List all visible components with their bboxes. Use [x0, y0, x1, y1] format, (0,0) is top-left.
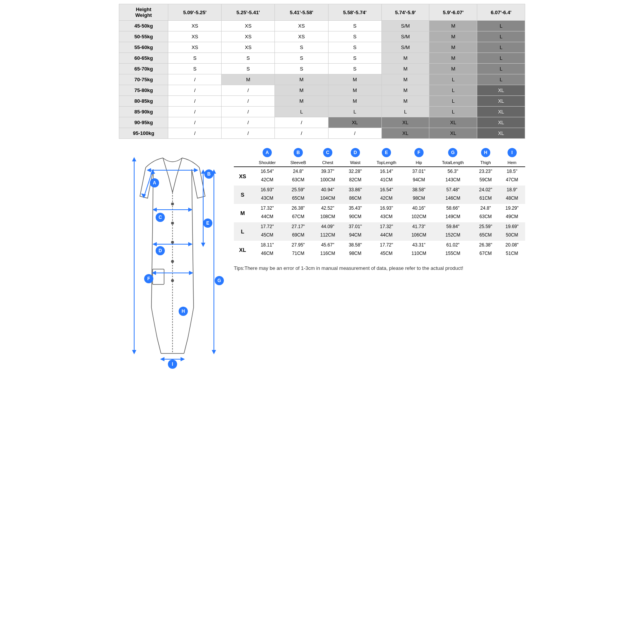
imperial-value: 17.32"	[368, 222, 404, 231]
size-cell: XS	[222, 21, 275, 31]
svg-text:I: I	[172, 361, 173, 367]
size-cell: /	[222, 117, 275, 128]
size-cell: M	[381, 64, 429, 74]
size-cell: S/M	[381, 21, 429, 31]
size-label: XL	[234, 241, 251, 259]
measurement-metric-row: 45CM69CM112CM94CM44CM106CM152CM65CM50CM	[234, 231, 525, 241]
metric-value: 69CM	[283, 231, 314, 241]
size-cell: S	[222, 64, 275, 74]
metric-value: 67CM	[283, 212, 314, 222]
size-cell: M	[328, 85, 381, 96]
metric-value: 94CM	[342, 231, 368, 241]
imperial-value: 40.94"	[313, 186, 342, 194]
svg-marker-33	[189, 271, 192, 274]
svg-text:H: H	[182, 309, 185, 314]
metric-value: 48CM	[499, 194, 525, 204]
col-label-sleeveb: SleeveB	[283, 159, 314, 167]
size-label: L	[234, 222, 251, 241]
size-cell: L	[429, 74, 477, 85]
imperial-value: 26.38"	[473, 241, 499, 249]
svg-marker-18	[189, 208, 192, 211]
metric-value: 98CM	[404, 194, 433, 204]
weight-cell: 90-95kg	[119, 117, 168, 128]
imperial-value: 19.69"	[499, 222, 525, 231]
imperial-value: 17.72"	[251, 222, 283, 231]
size-cell: M	[381, 85, 429, 96]
metric-value: 59CM	[473, 176, 499, 186]
svg-marker-38	[212, 350, 215, 353]
svg-marker-13	[151, 170, 154, 174]
metric-value: 61CM	[473, 194, 499, 204]
svg-text:D: D	[159, 248, 162, 253]
svg-text:B: B	[207, 171, 211, 177]
metric-value: 90CM	[342, 212, 368, 222]
weight-cell: 65-70kg	[119, 64, 168, 74]
size-cell: XL	[429, 117, 477, 128]
size-cell: M	[381, 96, 429, 107]
metric-value: 116CM	[313, 249, 342, 259]
measurement-table: A B C D E F G H I Shoulder SleeveB Chest…	[234, 146, 525, 259]
metric-value: 104CM	[313, 194, 342, 204]
imperial-value: 16.93"	[368, 204, 404, 212]
metric-value: 42CM	[368, 194, 404, 204]
weight-cell: 70-75kg	[119, 74, 168, 85]
size-cell: XS	[168, 42, 222, 53]
metric-value: 65CM	[283, 194, 314, 204]
size-cell: /	[168, 128, 222, 139]
imperial-value: 45.67"	[313, 241, 342, 249]
metric-value: 49CM	[499, 212, 525, 222]
imperial-value: 16.54"	[251, 167, 283, 176]
metric-value: 106CM	[404, 231, 433, 241]
size-cell: L	[275, 107, 328, 117]
size-header-spacer	[234, 146, 251, 159]
size-cell: /	[168, 96, 222, 107]
col-badge-a: A	[251, 146, 283, 159]
measurement-metric-row: 43CM65CM104CM86CM42CM98CM146CM61CM48CM	[234, 194, 525, 204]
imperial-value: 27.17"	[283, 222, 314, 231]
size-cell: /	[328, 128, 381, 139]
size-cell: S	[328, 53, 381, 64]
svg-text:E: E	[206, 220, 209, 226]
size-cell: /	[222, 128, 275, 139]
measurement-metric-row: 42CM63CM100CM82CM41CM94CM143CM59CM47CM	[234, 176, 525, 186]
measurement-metric-row: 44CM67CM108CM90CM43CM102CM149CM63CM49CM	[234, 212, 525, 222]
svg-marker-45	[181, 358, 184, 361]
imperial-value: 37.01"	[342, 222, 368, 231]
metric-value: 50CM	[499, 231, 525, 241]
metric-value: 100CM	[313, 176, 342, 186]
height-col-3: 5.41'-5.58'	[275, 4, 328, 21]
size-cell: /	[222, 107, 275, 117]
metric-value: 108CM	[313, 212, 342, 222]
imperial-value: 24.8"	[473, 204, 499, 212]
size-cell: M	[429, 31, 477, 42]
imperial-value: 23.23"	[473, 167, 499, 176]
metric-value: 67CM	[473, 249, 499, 259]
size-cell: S	[275, 64, 328, 74]
col-badge-g: G	[433, 146, 472, 159]
weight-cell: 60-65kg	[119, 53, 168, 64]
size-cell: L	[477, 53, 525, 64]
col-badge-i: I	[499, 146, 525, 159]
size-cell: XL	[381, 117, 429, 128]
metric-value: 112CM	[313, 231, 342, 241]
size-cell: L	[429, 96, 477, 107]
imperial-value: 25.59"	[283, 186, 314, 194]
imperial-value: 56.3"	[433, 167, 472, 176]
svg-point-3	[171, 260, 174, 263]
size-cell: S	[275, 42, 328, 53]
size-cell: L	[328, 107, 381, 117]
size-cell: /	[222, 96, 275, 107]
weight-cell: 50-55kg	[119, 31, 168, 42]
imperial-value: 57.48"	[433, 186, 472, 194]
size-cell: S	[328, 64, 381, 74]
imperial-value: 27.95"	[283, 241, 314, 249]
metric-value: 41CM	[368, 176, 404, 186]
metric-value: 146CM	[433, 194, 472, 204]
size-cell: /	[168, 117, 222, 128]
size-cell: L	[381, 107, 429, 117]
imperial-value: 19.29"	[499, 204, 525, 212]
metric-value: 94CM	[404, 176, 433, 186]
size-cell: L	[429, 85, 477, 96]
imperial-value: 16.93"	[251, 186, 283, 194]
size-cell: XL	[381, 128, 429, 139]
